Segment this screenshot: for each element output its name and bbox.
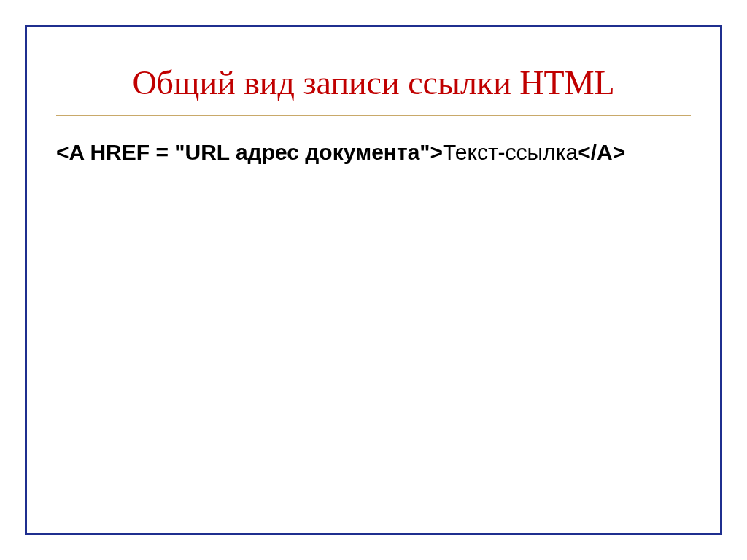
- code-link-text: Текст-ссылка: [443, 140, 578, 164]
- code-close-tag: </A>: [578, 140, 625, 164]
- code-open-tag: <A HREF = "URL адрес документа">: [56, 140, 443, 164]
- slide-body: <A HREF = "URL адрес документа">Текст-сс…: [56, 138, 691, 168]
- slide-inner-frame: Общий вид записи ссылки HTML <A HREF = "…: [25, 25, 722, 535]
- slide-outer-frame: Общий вид записи ссылки HTML <A HREF = "…: [9, 9, 738, 551]
- slide-title: Общий вид записи ссылки HTML: [56, 63, 691, 116]
